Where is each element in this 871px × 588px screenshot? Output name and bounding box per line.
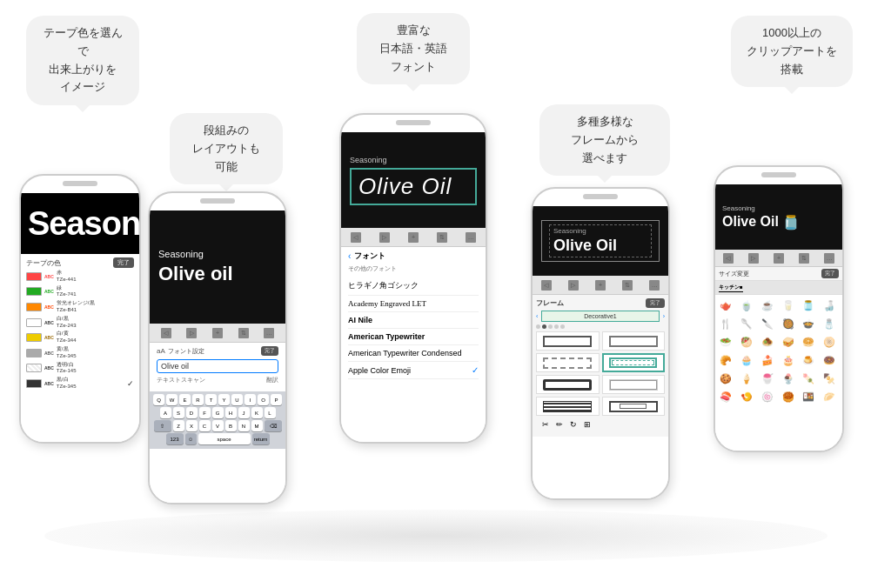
ph5-toolbar-size[interactable]: ⇅ [799,253,809,264]
key-v[interactable]: V [212,420,224,431]
toolbar-fwd-icon[interactable]: ▷ [186,328,197,338]
ph4-toolbar-add[interactable]: + [595,280,606,291]
tool-icon-4[interactable]: ⊞ [581,418,593,431]
frame-thumb-6[interactable] [602,375,666,394]
frame-thumb-2[interactable] [602,331,666,351]
clipart-icon-pot[interactable]: 🍶 [821,297,838,314]
ph4-toolbar-fwd[interactable]: ▷ [568,280,579,291]
clipart-icon-croissant[interactable]: 🥐 [717,351,734,369]
key-z[interactable]: Z [173,420,184,431]
ph4-toolbar-more[interactable]: … [649,280,660,291]
frame-left-arrow[interactable]: ‹ [536,313,538,319]
key-a[interactable]: A [160,407,171,418]
clipart-icon-mug[interactable]: ☕ [759,297,776,314]
clipart-icon-jar[interactable]: 🫙 [800,297,817,314]
key-return[interactable]: return [252,433,270,444]
phone2-done-btn[interactable]: 完了 [261,346,278,356]
tape-item-black[interactable]: ABC 黒/白TZe-345 ✓ [26,377,134,391]
ph3-toolbar-more[interactable]: … [466,232,476,243]
ph5-done-btn[interactable]: 完了 [821,269,839,278]
clipart-icon-dumpling[interactable]: 🥟 [821,388,838,405]
clipart-icon-glass[interactable]: 🥛 [780,297,797,314]
key-l[interactable]: L [265,407,276,418]
key-d[interactable]: D [186,407,198,418]
key-space[interactable]: space [198,433,251,444]
key-y[interactable]: Y [218,394,230,405]
frame-done-btn[interactable]: 完了 [646,298,665,308]
key-f[interactable]: F [199,407,211,418]
frame-right-arrow[interactable]: › [663,313,665,319]
key-q[interactable]: Q [153,394,164,405]
tape-item-green[interactable]: ABC 緑TZe-741 [26,285,134,299]
tape-item-gray[interactable]: ABC 黄/黒TZe-345 [26,346,134,360]
tape-item-yellow[interactable]: ABC 白/黄TZe-344 [26,331,134,344]
key-j[interactable]: J [238,407,250,418]
clipart-icon-salad[interactable]: 🥗 [717,333,734,351]
ph5-toolbar-fwd[interactable]: ▷ [748,253,759,264]
clipart-icon-fork[interactable]: 🍴 [717,315,734,332]
clipart-icon-cake-slice[interactable]: 🍰 [759,351,776,369]
toolbar-back-icon[interactable]: ◁ [161,328,171,338]
key-r[interactable]: R [192,394,204,405]
clipart-icon-bagel[interactable]: 🥯 [800,333,817,351]
phone2-text-input[interactable]: Olive oil [157,359,278,373]
clipart-icon-narutomaki[interactable]: 🍥 [759,388,776,405]
clipart-icon-bread[interactable]: 🫓 [821,333,838,351]
font-item-hiragino[interactable]: ヒラギノ角ゴシック [348,277,479,296]
font-item-apple-emoji[interactable]: Apple Color Emoji ✓ [348,362,479,379]
key-b[interactable]: B [225,420,237,431]
toolbar-size-icon[interactable]: ⇅ [238,328,249,338]
clipart-icon-spoon[interactable]: 🥄 [738,315,755,332]
ph3-toolbar-back[interactable]: ◁ [351,232,361,243]
clipart-icon-pudding[interactable]: 🍮 [800,351,817,369]
font-item-american[interactable]: American Typewriter [348,329,479,345]
clipart-icon-bento[interactable]: 🍱 [800,388,817,405]
toolbar-more-icon[interactable]: … [264,328,274,338]
frame-thumb-5[interactable] [536,375,600,394]
font-item-ainile[interactable]: AI Nile [348,312,479,329]
font-item-academy[interactable]: Academy Engraved LET [348,296,479,312]
key-s[interactable]: S [173,407,184,418]
key-u[interactable]: U [231,394,243,405]
ph3-toolbar-fwd[interactable]: ▷ [379,232,390,243]
frame-selected-name[interactable]: Decorative1 [541,311,659,322]
ph5-toolbar-add[interactable]: + [774,253,784,264]
ph3-toolbar-add[interactable]: + [408,232,419,243]
frame-thumb-8[interactable] [602,397,666,416]
key-123[interactable]: 123 [166,433,184,444]
tape-item-transparent[interactable]: ABC 透明/白TZe-145 [26,362,134,376]
frame-thumb-3[interactable] [536,353,600,372]
clipart-icon-mooncake[interactable]: 🥮 [780,388,797,405]
tool-icon-1[interactable]: ✂ [539,418,552,431]
font-nav-back[interactable]: ‹ [348,251,351,261]
tool-icon-3[interactable]: ↻ [567,418,580,431]
key-t[interactable]: T [205,394,217,405]
frame-thumb-4[interactable] [602,353,666,372]
clipart-icon-falafel[interactable]: 🧆 [759,333,776,351]
tape-item-red[interactable]: ABC 赤TZe-441 [26,270,134,284]
clipart-icon-birthday-cake[interactable]: 🎂 [780,351,797,369]
key-e[interactable]: E [179,394,191,405]
key-p[interactable]: P [271,394,282,405]
clipart-icon-shaved-ice[interactable]: 🍧 [759,370,776,387]
clipart-icon-knife[interactable]: 🔪 [759,315,776,332]
key-n[interactable]: N [238,420,250,431]
key-backspace[interactable]: ⌫ [265,420,282,431]
key-g[interactable]: G [212,407,224,418]
clipart-tab-kitchen[interactable]: キッチン■ [719,284,743,292]
toolbar-add-icon[interactable]: + [212,328,223,338]
clipart-icon-shrimp[interactable]: 🍤 [738,388,755,405]
clipart-icon-cupcake[interactable]: 🧁 [738,351,755,369]
clipart-icon-oden[interactable]: 🍢 [821,370,838,387]
clipart-icon-donut[interactable]: 🍩 [821,351,838,369]
clipart-icon-salt[interactable]: 🧂 [821,315,838,332]
clipart-icon-sandwich[interactable]: 🥙 [738,333,755,351]
font-item-american-condensed[interactable]: American Typewriter Condensed [348,345,479,362]
clipart-icon-cup[interactable]: 🍵 [738,297,755,314]
key-c[interactable]: C [199,420,211,431]
key-k[interactable]: K [251,407,263,418]
clipart-icon-sub[interactable]: 🥪 [780,333,797,351]
phone1-done-btn[interactable]: 完了 [113,257,134,268]
ph4-toolbar-size[interactable]: ⇅ [622,280,633,291]
key-o[interactable]: O [258,394,269,405]
